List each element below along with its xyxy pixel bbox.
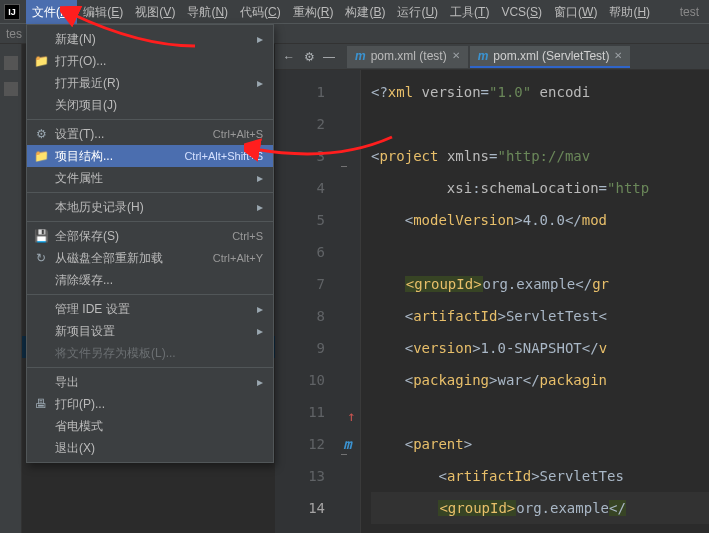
file-menu-item-0[interactable]: 新建(N)▸ <box>27 28 273 50</box>
code-line[interactable] <box>371 396 709 428</box>
file-menu-dropdown: 新建(N)▸📁打开(O)...打开最近(R)▸关闭项目(J)⚙设置(T)...C… <box>26 24 274 463</box>
file-menu-item-12[interactable]: ↻从磁盘全部重新加载Ctrl+Alt+Y <box>27 247 273 269</box>
print-icon: 🖶 <box>33 397 49 411</box>
file-menu-item-7[interactable]: 文件属性▸ <box>27 167 273 189</box>
editor-tab-1[interactable]: mpom.xml (ServletTest)✕ <box>470 46 631 68</box>
marker-gutter: –m↑– <box>335 70 361 533</box>
menu-文件[interactable]: 文件(F) <box>26 0 77 24</box>
menu-导航[interactable]: 导航(N) <box>181 0 234 24</box>
file-menu-item-2[interactable]: 打开最近(R)▸ <box>27 72 273 94</box>
project-toolwindow-icon[interactable] <box>4 56 18 70</box>
line-number: 1 <box>275 76 325 108</box>
menu-工具[interactable]: 工具(T) <box>444 0 495 24</box>
code-body[interactable]: <?xml version="1.0" encodi<project xmlns… <box>361 70 709 533</box>
code-line[interactable]: <groupId>org.example</ <box>371 492 709 524</box>
tab-label: pom.xml (ServletTest) <box>493 49 609 63</box>
line-number: 12 <box>275 428 325 460</box>
code-line[interactable]: <modelVersion>4.0.0</mod <box>371 204 709 236</box>
menu-帮助[interactable]: 帮助(H) <box>603 0 656 24</box>
code-line[interactable] <box>371 524 709 533</box>
file-menu-item-5[interactable]: ⚙设置(T)...Ctrl+Alt+S <box>27 123 273 145</box>
up-arrow-icon: ↑ <box>347 408 355 424</box>
line-number: 10 <box>275 364 325 396</box>
file-menu-item-15[interactable]: 管理 IDE 设置▸ <box>27 298 273 320</box>
file-menu-item-label: 本地历史记录(H) <box>55 199 249 216</box>
file-menu-item-label: 打印(P)... <box>55 396 263 413</box>
menu-视图[interactable]: 视图(V) <box>129 0 181 24</box>
close-icon[interactable]: ✕ <box>452 50 460 61</box>
menu-重构[interactable]: 重构(R) <box>287 0 340 24</box>
save-icon: 💾 <box>33 229 49 243</box>
fold-icon[interactable]: – <box>341 438 347 470</box>
code-line[interactable]: <?xml version="1.0" encodi <box>371 76 709 108</box>
file-menu-item-label: 设置(T)... <box>55 126 207 143</box>
file-menu-item-22[interactable]: 退出(X) <box>27 437 273 459</box>
code-editor[interactable]: 123456789101112131415 –m↑– <?xml version… <box>275 70 709 533</box>
code-line[interactable]: <artifactId>ServletTes <box>371 460 709 492</box>
chevron-right-icon: ▸ <box>255 200 263 214</box>
menu-VCS[interactable]: VCS(S) <box>495 0 548 24</box>
file-menu-item-label: 新项目设置 <box>55 323 249 340</box>
shortcut-label: Ctrl+Alt+Y <box>213 252 263 264</box>
line-number: 3 <box>275 140 325 172</box>
folder-icon: 📁 <box>33 149 49 163</box>
menu-构建[interactable]: 构建(B) <box>339 0 391 24</box>
menu-运行[interactable]: 运行(U) <box>391 0 444 24</box>
line-number-gutter: 123456789101112131415 <box>275 70 335 533</box>
file-menu-item-label: 导出 <box>55 374 249 391</box>
gear-icon[interactable]: ⚙ <box>303 51 315 63</box>
menu-窗口[interactable]: 窗口(W) <box>548 0 603 24</box>
chevron-right-icon: ▸ <box>255 171 263 185</box>
back-icon[interactable]: ← <box>283 51 295 63</box>
file-menu-item-13[interactable]: 清除缓存... <box>27 269 273 291</box>
chevron-right-icon: ▸ <box>255 375 263 389</box>
code-line[interactable] <box>371 108 709 140</box>
file-menu-item-20[interactable]: 🖶打印(P)... <box>27 393 273 415</box>
maven-icon: m <box>478 49 489 63</box>
code-line[interactable]: <artifactId>ServletTest< <box>371 300 709 332</box>
editor-toolbar: ← ⚙ — mpom.xml (test)✕mpom.xml (ServletT… <box>275 44 709 70</box>
file-menu-item-label: 全部保存(S) <box>55 228 226 245</box>
code-line[interactable]: xsi:schemaLocation="http <box>371 172 709 204</box>
file-menu-item-19[interactable]: 导出▸ <box>27 371 273 393</box>
chevron-right-icon: ▸ <box>255 324 263 338</box>
menu-bar: IJ 文件(F)编辑(E)视图(V)导航(N)代码(C)重构(R)构建(B)运行… <box>0 0 709 24</box>
code-line[interactable]: <version>1.0-SNAPSHOT</v <box>371 332 709 364</box>
shortcut-label: Ctrl+Alt+Shift+S <box>184 150 263 162</box>
line-number: 15 <box>275 524 325 533</box>
line-number: 4 <box>275 172 325 204</box>
code-line[interactable]: <project xmlns="http://mav <box>371 140 709 172</box>
file-menu-item-21[interactable]: 省电模式 <box>27 415 273 437</box>
file-menu-item-label: 退出(X) <box>55 440 263 457</box>
code-line[interactable]: <parent> <box>371 428 709 460</box>
file-menu-item-6[interactable]: 📁项目结构...Ctrl+Alt+Shift+S <box>27 145 273 167</box>
file-menu-item-11[interactable]: 💾全部保存(S)Ctrl+S <box>27 225 273 247</box>
file-menu-item-label: 打开(O)... <box>55 53 263 70</box>
close-icon[interactable]: ✕ <box>614 50 622 61</box>
line-number: 7 <box>275 268 325 300</box>
file-menu-item-9[interactable]: 本地历史记录(H)▸ <box>27 196 273 218</box>
minimize-icon[interactable]: — <box>323 51 335 63</box>
file-menu-item-label: 清除缓存... <box>55 272 263 289</box>
line-number: 2 <box>275 108 325 140</box>
file-menu-item-3[interactable]: 关闭项目(J) <box>27 94 273 116</box>
code-line[interactable] <box>371 236 709 268</box>
structure-toolwindow-icon[interactable] <box>4 82 18 96</box>
file-menu-item-1[interactable]: 📁打开(O)... <box>27 50 273 72</box>
menu-编辑[interactable]: 编辑(E) <box>77 0 129 24</box>
editor-tab-0[interactable]: mpom.xml (test)✕ <box>347 46 468 68</box>
line-number: 11 <box>275 396 325 428</box>
file-menu-item-16[interactable]: 新项目设置▸ <box>27 320 273 342</box>
fold-icon[interactable]: – <box>341 150 347 182</box>
menu-代码[interactable]: 代码(C) <box>234 0 287 24</box>
line-number: 14 <box>275 492 325 524</box>
left-toolwindow-bar <box>0 44 22 533</box>
code-line[interactable]: <groupId>org.example</gr <box>371 268 709 300</box>
line-number: 5 <box>275 204 325 236</box>
shortcut-label: Ctrl+Alt+S <box>213 128 263 140</box>
file-menu-item-label: 新建(N) <box>55 31 249 48</box>
code-line[interactable]: <packaging>war</packagin <box>371 364 709 396</box>
chevron-right-icon: ▸ <box>255 32 263 46</box>
file-menu-item-label: 项目结构... <box>55 148 178 165</box>
folder-icon: 📁 <box>33 54 49 68</box>
